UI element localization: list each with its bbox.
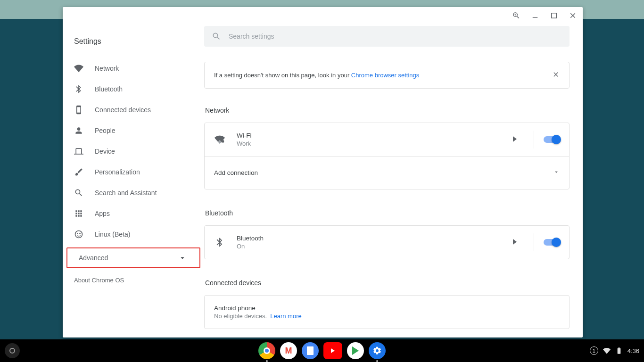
chevron-right-icon[interactable] [513,238,517,247]
section-title-network: Network [205,107,570,114]
system-tray[interactable]: 1 4:36 [590,346,639,355]
add-connection-row[interactable]: Add connection [205,156,569,189]
sidebar-item-search-assistant[interactable]: Search and Assistant [63,182,204,203]
chevron-right-icon[interactable] [513,135,517,144]
wifi-tray-icon [603,347,611,354]
sidebar-item-label: People [95,127,116,134]
svg-point-4 [79,233,81,234]
sidebar-item-label: Bluetooth [95,85,123,93]
caret-down-icon [181,257,184,259]
clock: 4:36 [627,347,639,354]
sidebar: Settings Network Bluetooth Connected dev… [63,24,204,337]
linux-icon [74,230,83,239]
battery-tray-icon [615,347,623,354]
wifi-icon [74,64,83,73]
chevron-down-icon [553,169,560,177]
android-status: No eligible devices. [214,313,267,320]
svg-point-3 [77,233,78,234]
bluetooth-icon [214,237,225,247]
sidebar-item-device[interactable]: Device [63,141,204,162]
banner-link[interactable]: Chrome browser settings [351,72,420,79]
sidebar-item-label: Apps [95,210,110,217]
maximize-button[interactable] [550,11,558,20]
network-card: Wi-Fi Work Add connection [204,123,570,189]
person-icon [74,126,83,135]
about-label: About Chrome OS [74,277,124,284]
notification-count[interactable]: 1 [590,346,598,355]
banner-text: If a setting doesn't show on this page, … [214,72,419,79]
shelf-apps: M [258,342,386,359]
highlight-box: Advanced [66,247,200,268]
sidebar-item-connected-devices[interactable]: Connected devices [63,99,204,120]
search-input[interactable] [229,33,562,40]
connected-card: Android phone No eligible devices. Learn… [204,295,570,329]
sidebar-item-linux[interactable]: Linux (Beta) [63,224,204,245]
sidebar-advanced[interactable]: Advanced [67,249,199,266]
apps-icon [74,209,83,218]
svg-rect-0 [533,17,538,18]
main-content: If a setting doesn't show on this page, … [204,24,583,337]
android-title: Android phone [214,304,560,312]
android-phone-row: Android phone No eligible devices. Learn… [205,296,569,329]
chrome-app[interactable] [258,342,275,359]
play-store-app[interactable] [347,342,364,359]
bluetooth-row[interactable]: Bluetooth On [205,226,569,259]
learn-more-link[interactable]: Learn more [270,313,301,320]
section-title-connected: Connected devices [205,279,570,287]
divider [534,131,534,148]
wifi-name: Work [237,140,508,147]
bluetooth-status: On [237,243,508,250]
sidebar-item-apps[interactable]: Apps [63,203,204,224]
sidebar-item-label: Connected devices [95,106,151,114]
bluetooth-title: Bluetooth [237,235,508,242]
bluetooth-icon [74,84,83,94]
brush-icon [74,167,83,177]
bluetooth-card: Bluetooth On [204,225,570,259]
info-banner: If a setting doesn't show on this page, … [204,62,570,89]
section-title-bluetooth: Bluetooth [205,209,570,217]
advanced-label: Advanced [79,254,108,262]
docs-app[interactable] [302,342,319,359]
sidebar-item-bluetooth[interactable]: Bluetooth [63,79,204,99]
zoom-icon[interactable] [512,11,520,20]
search-icon [212,32,221,41]
wifi-lock-icon [214,134,225,145]
add-connection-label: Add connection [214,169,553,176]
laptop-icon [74,147,83,156]
shelf: M 1 4:36 [0,339,644,362]
gmail-app[interactable]: M [280,342,297,359]
settings-window: Settings Network Bluetooth Connected dev… [63,7,583,337]
sidebar-item-people[interactable]: People [63,120,204,141]
sidebar-item-personalization[interactable]: Personalization [63,162,204,182]
sidebar-item-network[interactable]: Network [63,58,204,79]
launcher-button[interactable] [5,343,20,358]
wifi-toggle[interactable] [544,136,560,143]
svg-rect-1 [552,13,557,18]
sidebar-about[interactable]: About Chrome OS [63,268,204,284]
svg-point-2 [75,231,83,238]
search-box[interactable] [204,26,570,47]
divider [534,233,534,251]
settings-app[interactable] [369,342,386,359]
minimize-button[interactable] [531,11,539,20]
wifi-row[interactable]: Wi-Fi Work [205,123,569,156]
sidebar-item-label: Personalization [95,168,140,176]
bluetooth-toggle[interactable] [544,239,560,246]
phone-icon [74,105,83,115]
banner-close-button[interactable] [552,71,560,80]
close-button[interactable] [569,11,577,20]
page-title: Settings [63,28,204,58]
window-titlebar [63,7,583,24]
wifi-title: Wi-Fi [237,132,508,139]
sidebar-item-label: Search and Assistant [95,189,157,197]
sidebar-item-label: Linux (Beta) [95,230,130,238]
search-icon [74,188,83,197]
sidebar-item-label: Device [95,148,115,155]
youtube-app[interactable] [323,342,342,359]
sidebar-item-label: Network [95,65,119,72]
